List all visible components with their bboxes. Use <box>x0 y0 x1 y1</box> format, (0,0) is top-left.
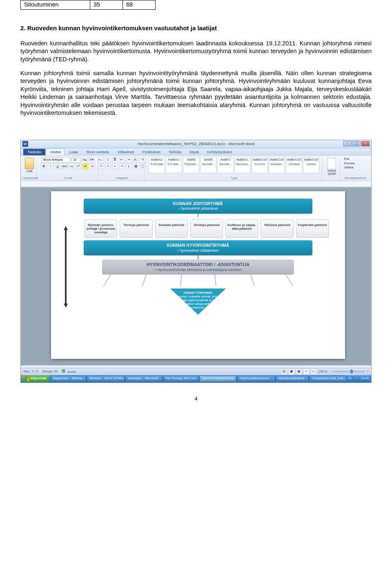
style-box-9[interactable]: AaBbCcDLainaus <box>303 157 319 173</box>
fontcolor-button[interactable]: A <box>89 163 95 169</box>
align-center-button[interactable]: ≡ <box>105 163 111 169</box>
status-language[interactable]: suomi <box>62 369 76 374</box>
ribbon-tabs: Tiedosto Aloitus Lisää Sivun asettelu Vi… <box>21 148 371 156</box>
taskbar-item-1[interactable]: Nimeton - Word (HTML) <box>87 376 125 382</box>
subscript-button[interactable]: x₂ <box>69 163 74 169</box>
style-box-2[interactable]: AABBPääotsikk... <box>183 157 199 173</box>
tab-developer[interactable]: Kehitystyökalut <box>203 148 236 155</box>
style-box-6[interactable]: AaBbCcDKorostus <box>252 157 268 173</box>
close-button[interactable]: × <box>361 141 370 146</box>
top-label: Sitoutuminen <box>21 0 90 10</box>
grow-font-button[interactable]: A▴ <box>82 157 87 163</box>
paste-icon[interactable] <box>25 158 34 169</box>
service-col-5: Tekniset palvelut <box>261 219 293 238</box>
minimize-button[interactable]: – <box>343 141 352 146</box>
tab-home[interactable]: Aloitus <box>46 148 65 155</box>
proofing-icon <box>62 369 65 373</box>
taskbar-item-5[interactable]: Hyvinvointikertomus - ... <box>237 376 275 382</box>
tab-references[interactable]: Viittaukset <box>114 148 138 155</box>
linespacing-button[interactable]: ‡ <box>126 163 132 169</box>
sort-button[interactable]: A↓ <box>133 157 139 163</box>
tab-insert[interactable]: Lisää <box>65 148 82 155</box>
service-col-1: Terveys-palvelut <box>120 219 152 238</box>
taskbar-item-4[interactable]: Hyvinvointirakenneka... <box>199 376 236 382</box>
bold-button[interactable]: B <box>41 163 47 169</box>
windows-taskbar: Käynnistä Saapuneet - Sähköp...Nimeton -… <box>21 375 371 383</box>
zoom-out-button[interactable]: − <box>329 369 331 374</box>
borders-button[interactable]: ▢ <box>140 163 146 169</box>
status-page[interactable]: Sivu: 1 / 2 <box>23 369 38 374</box>
style-box-5[interactable]: AaBbCc.Hienovara... <box>234 157 251 173</box>
paragraph-1: Ruoveden kunnanhallitus teki päätöksen h… <box>20 40 372 64</box>
service-col-0: Ryhmän puheen-johtaja / prosessin omista… <box>85 219 117 238</box>
maximize-button[interactable]: ☐ <box>352 141 361 146</box>
shrink-font-button[interactable]: A▾ <box>89 157 94 163</box>
underline-button[interactable]: U <box>55 163 60 169</box>
system-tray[interactable]: FI 🔊 16:05 <box>347 376 370 381</box>
box-koordinaattori: HYVINVOINTIKOORDINAATTORI / -ASIANTUNTIJ… <box>102 260 294 275</box>
word-statusbar: Sivu: 1 / 2 Sanoja: 55 suomi ▤ ▣ ▦ ≡ ▭ 1… <box>21 368 371 375</box>
status-words[interactable]: Sanoja: 55 <box>42 369 58 374</box>
box-hyvinvointiryhma: KUNNAN HYVINVOINTIRYHMÄ = hyvinvoinnin e… <box>84 240 312 255</box>
highlight-button[interactable]: A <box>82 163 88 169</box>
tab-pagelayout[interactable]: Sivun asettelu <box>82 148 113 155</box>
indent-button[interactable]: ⇥ <box>126 157 132 163</box>
select-button[interactable]: Valitse <box>344 166 354 170</box>
numbering-button[interactable]: 1— <box>105 157 111 163</box>
top-val-2: 68 <box>123 0 156 10</box>
style-box-8[interactable]: AaBbCcDVoimakas <box>286 157 302 173</box>
zoom-slider[interactable] <box>332 371 365 372</box>
tab-mailings[interactable]: Postitukset <box>139 148 164 155</box>
outdent-button[interactable]: ⇤ <box>119 157 125 163</box>
tab-review[interactable]: Tarkista <box>165 148 185 155</box>
windows-logo-icon <box>25 376 29 381</box>
taskbar-item-3[interactable]: Pra Terveys 2013.do... <box>163 376 199 382</box>
view-fullscreen[interactable]: ▣ <box>289 369 294 374</box>
tab-file[interactable]: Tiedosto <box>23 149 45 155</box>
justify-button[interactable]: ≡ <box>119 163 125 169</box>
taskbar-item-2[interactable]: Asiakirja1 - Microsoft ... <box>125 376 163 382</box>
start-button[interactable]: Käynnistä <box>22 376 49 382</box>
replace-button[interactable]: Korvaa <box>344 161 354 166</box>
taskbar-item-6[interactable]: Rahoituslaskelma ... <box>276 376 309 382</box>
style-box-7[interactable]: AaBbCcDVoimakas... <box>269 157 285 173</box>
change-styles-icon <box>327 158 336 169</box>
top-data-row: Sitoutuminen 35 68 <box>20 0 156 10</box>
tray-volume-icon[interactable]: 🔊 <box>354 376 358 381</box>
pilcrow-button[interactable]: ¶ <box>140 157 146 163</box>
multilevel-button[interactable]: ≣ <box>112 157 118 163</box>
ribbon-change-styles[interactable]: Vaihda tyylejä <box>324 157 340 181</box>
shading-button[interactable]: ▦ <box>133 163 139 169</box>
view-print-layout[interactable]: ▤ <box>281 369 287 374</box>
style-box-0[interactable]: AaBbCc¶ Normaali <box>149 157 165 173</box>
style-box-3[interactable]: AABBAlaotsikk... <box>200 157 216 173</box>
page-number: 4 <box>20 395 372 403</box>
tray-language[interactable]: FI <box>349 376 352 381</box>
zoom-in-button[interactable]: + <box>367 369 369 374</box>
align-left-button[interactable]: ≡ <box>98 163 104 169</box>
style-box-4[interactable]: AaBbCAlaotsikk... <box>217 157 234 173</box>
paste-label[interactable]: Liitä <box>27 169 33 174</box>
taskbar-item-0[interactable]: Saapuneet - Sähköp... <box>50 376 86 382</box>
style-box-1[interactable]: AaBbCc¶ Ei väliä... <box>166 157 182 173</box>
view-web[interactable]: ▦ <box>296 369 302 374</box>
strike-button[interactable]: abc <box>62 163 67 169</box>
taskbar-item-7[interactable]: Vuosikertom.hvk_Esit... <box>309 376 347 382</box>
font-size-box[interactable]: 12 <box>71 157 80 163</box>
superscript-button[interactable]: x² <box>76 163 81 169</box>
italic-button[interactable]: I <box>48 163 53 169</box>
status-zoom[interactable]: 128 % <box>318 369 327 374</box>
ribbon-group-editing: Etsi Korvaa Valitse Muokkaaminen <box>342 157 370 181</box>
ribbon: Liitä Leikepöytä Book Antiqua 12 A▴ A▾ B… <box>21 156 371 181</box>
service-col-6: Ympäristö-palvelut <box>296 219 329 238</box>
view-draft[interactable]: ▭ <box>311 369 316 374</box>
align-right-button[interactable]: ≡ <box>112 163 118 169</box>
font-name-box[interactable]: Book Antiqua <box>42 157 70 163</box>
paragraph-2: Kunnan johtoryhmä toimii samalla kunnan … <box>20 69 372 117</box>
service-col-3: Sivistys-palvelut <box>190 219 223 238</box>
bullets-button[interactable]: •— <box>98 157 104 163</box>
tray-clock[interactable]: 16:05 <box>361 376 369 381</box>
tab-view[interactable]: Näytä <box>186 148 203 155</box>
find-button[interactable]: Etsi <box>344 157 350 161</box>
view-outline[interactable]: ≡ <box>303 369 309 374</box>
